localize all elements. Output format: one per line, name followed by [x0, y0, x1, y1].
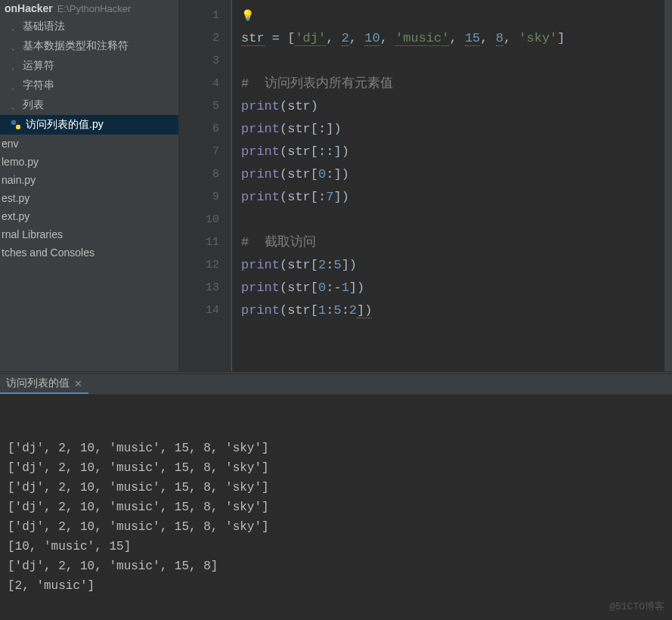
- token-bi: print: [241, 281, 280, 295]
- sidebar-item-4[interactable]: 、列表: [0, 95, 178, 115]
- token-num: 1: [342, 281, 349, 295]
- code-line-9[interactable]: print(str[:7]): [241, 186, 663, 209]
- code-line-14[interactable]: print(str[1:5:2]): [241, 299, 663, 322]
- line-number: 6: [184, 118, 219, 141]
- sidebar-item-label: env: [2, 138, 19, 150]
- sidebar-item-12[interactable]: tches and Consoles: [0, 243, 178, 262]
- tree-bullet: 、: [11, 20, 18, 33]
- svg-rect-0: [11, 120, 16, 125]
- console-output[interactable]: ['dj', 2, 10, 'music', 15, 8, 'sky']['dj…: [0, 395, 672, 620]
- console-tab[interactable]: 访问列表的值 ✕: [0, 374, 88, 394]
- token-op: [:: [311, 190, 326, 204]
- token-com: # 访问列表内所有元素值: [241, 76, 393, 91]
- code-line-4[interactable]: # 访问列表内所有元素值: [241, 73, 663, 95]
- token-num: 10: [364, 31, 379, 46]
- token-op: ]): [333, 190, 348, 204]
- sidebar-item-8[interactable]: nain.py: [0, 171, 178, 189]
- token-op: :]): [326, 167, 349, 181]
- code-line-13[interactable]: print(str[0:-1]): [241, 277, 663, 299]
- close-icon[interactable]: ✕: [74, 378, 82, 389]
- token-op: (: [280, 281, 287, 295]
- code-line-6[interactable]: print(str[:]): [241, 118, 663, 141]
- sidebar-item-label: 访问列表的值.py: [26, 118, 104, 132]
- token-op: ,: [449, 31, 464, 45]
- token-num: 2: [318, 258, 326, 272]
- watermark: @51CTO博客: [609, 597, 664, 617]
- project-name: onHacker: [5, 2, 53, 14]
- code-line-12[interactable]: print(str[2:5]): [241, 254, 663, 277]
- token-bi: print: [241, 122, 280, 136]
- token-var: str: [287, 258, 311, 272]
- token-num: 8: [496, 31, 503, 46]
- sidebar-item-label: 运算符: [23, 59, 54, 73]
- line-number: 4: [184, 73, 219, 95]
- sidebar-item-label: lemo.py: [2, 156, 39, 168]
- console-line-1: ['dj', 2, 10, 'music', 15, 8, 'sky']: [8, 458, 664, 478]
- line-number: 7: [184, 141, 219, 163]
- sidebar-item-label: est.py: [2, 192, 29, 204]
- token-num: 1: [318, 303, 326, 318]
- token-num: 2: [349, 303, 357, 318]
- code-editor[interactable]: 1234567891011121314 💡str = ['dj', 2, 10,…: [179, 0, 672, 371]
- line-number: 10: [184, 209, 219, 231]
- lightbulb-icon: 💡: [241, 10, 254, 22]
- token-op: :-: [326, 281, 341, 295]
- sidebar-item-10[interactable]: ext.py: [0, 207, 178, 225]
- code-line-1[interactable]: 💡: [241, 5, 663, 27]
- token-bi: print: [241, 258, 280, 272]
- console-line-6: ['dj', 2, 10, 'music', 15, 8]: [8, 556, 664, 576]
- tree-bullet: 、: [11, 79, 18, 92]
- sidebar-item-5[interactable]: 访问列表的值.py: [0, 115, 178, 135]
- sidebar-item-0[interactable]: 、基础语法: [0, 17, 178, 36]
- sidebar-item-2[interactable]: 、运算符: [0, 56, 178, 76]
- token-var: str: [241, 31, 265, 46]
- line-number: 13: [184, 277, 219, 299]
- project-sidebar: onHacker E:\PythonHacker 、基础语法、基本数据类型和注释…: [0, 0, 179, 371]
- token-num: 15: [465, 31, 480, 46]
- token-str: 'sky': [519, 31, 557, 45]
- token-op: :: [326, 303, 333, 318]
- token-var: str: [287, 99, 311, 113]
- sidebar-item-7[interactable]: lemo.py: [0, 153, 178, 171]
- token-var: str: [287, 144, 311, 159]
- token-op: ,: [349, 31, 364, 45]
- code-line-3[interactable]: [241, 50, 663, 73]
- sidebar-item-label: nain.py: [2, 174, 36, 186]
- token-op: ]): [357, 303, 372, 318]
- code-line-7[interactable]: print(str[::]): [241, 141, 663, 163]
- sidebar-item-6[interactable]: env: [0, 135, 178, 153]
- sidebar-item-3[interactable]: 、字符串: [0, 76, 178, 95]
- token-op: (: [280, 144, 287, 159]
- token-str: 'dj': [295, 31, 326, 46]
- code-line-8[interactable]: print(str[0:]): [241, 163, 663, 186]
- token-op: (: [280, 190, 287, 204]
- sidebar-item-11[interactable]: rnal Libraries: [0, 225, 178, 243]
- token-op: ,: [326, 31, 341, 45]
- line-number: 8: [184, 163, 219, 186]
- token-op: = [: [265, 31, 296, 45]
- token-op: ,: [503, 31, 519, 45]
- token-var: str: [287, 167, 311, 181]
- project-path: E:\PythonHacker: [57, 3, 132, 14]
- project-header[interactable]: onHacker E:\PythonHacker: [0, 0, 178, 17]
- token-str: 'music': [395, 31, 449, 46]
- token-var: str: [287, 122, 311, 136]
- code-line-2[interactable]: str = ['dj', 2, 10, 'music', 15, 8, 'sky…: [241, 27, 663, 50]
- code-line-5[interactable]: print(str): [241, 95, 663, 118]
- code-line-10[interactable]: [241, 209, 663, 231]
- token-op: [: [311, 167, 318, 181]
- token-op: (: [280, 303, 287, 318]
- token-op: [: [311, 281, 318, 295]
- token-op: ,: [480, 31, 495, 45]
- token-op: ,: [380, 31, 395, 45]
- token-num: 0: [318, 167, 326, 181]
- sidebar-item-9[interactable]: est.py: [0, 189, 178, 207]
- console-tab-title: 访问列表的值: [6, 377, 70, 390]
- token-op: :: [326, 258, 333, 272]
- sidebar-item-1[interactable]: 、基本数据类型和注释符: [0, 36, 178, 56]
- token-op: [:]): [311, 122, 342, 136]
- code-line-11[interactable]: # 截取访问: [241, 231, 663, 254]
- token-op: [::]): [311, 144, 349, 159]
- code-area[interactable]: 💡str = ['dj', 2, 10, 'music', 15, 8, 'sk…: [232, 0, 672, 371]
- token-var: str: [287, 190, 311, 204]
